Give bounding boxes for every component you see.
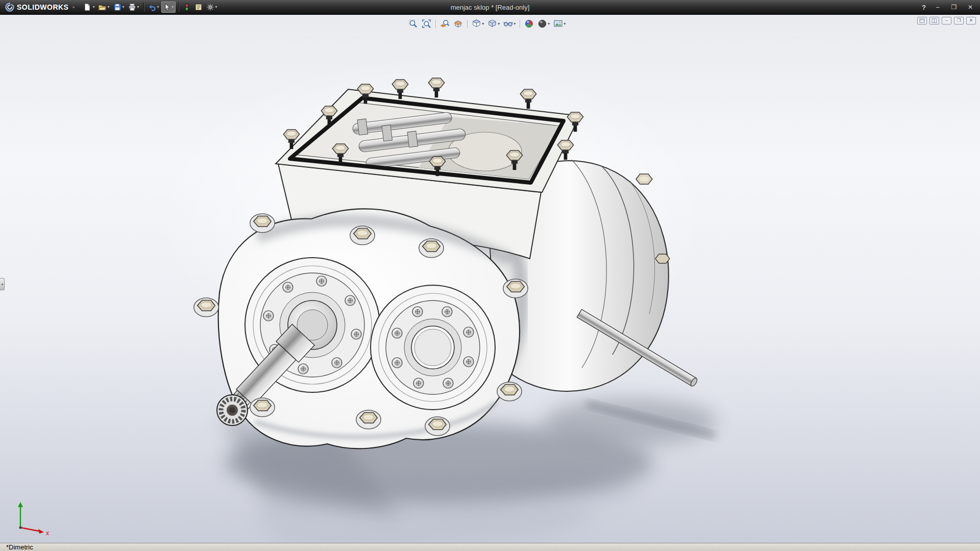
dropdown-arrow-icon[interactable]: ▾ — [107, 5, 109, 9]
dropdown-arrow-icon[interactable]: ▾ — [548, 22, 550, 26]
open-button[interactable]: ▾ — [96, 2, 111, 13]
open-folder-icon — [98, 3, 106, 11]
doc-restore-button[interactable]: ❐ — [954, 17, 964, 24]
scene-ball-icon — [537, 19, 547, 29]
print-icon — [128, 3, 136, 11]
taskpane-collapse-tab[interactable]: ◂ — [0, 278, 5, 290]
spline-end — [217, 395, 248, 425]
document-window-controls: – ❐ ✕ — [917, 17, 976, 24]
menu-expand-icon[interactable]: » — [72, 5, 75, 10]
dropdown-arrow-icon[interactable]: ▾ — [513, 22, 516, 26]
side-plug — [655, 254, 670, 263]
view-orientation-button[interactable]: ▾ — [471, 18, 485, 29]
rebuild-stoplight-icon — [183, 3, 191, 11]
brand[interactable]: SOLIDWORKS » — [0, 3, 79, 12]
select-cursor-icon — [163, 3, 171, 11]
toolbar-separator — [435, 20, 436, 28]
select-button[interactable]: ▾ — [161, 2, 176, 13]
brand-text: SOLIDWORKS — [17, 3, 68, 11]
dropdown-arrow-icon[interactable]: ▾ — [137, 5, 139, 9]
solidworks-window: SOLIDWORKS » ▾ ▾ ▾ — [0, 0, 980, 551]
collapse-arrow-icon: ◂ — [1, 282, 3, 286]
zoom-fit-icon — [408, 19, 418, 29]
options-button[interactable]: ▾ — [205, 2, 219, 13]
dropdown-arrow-icon[interactable]: ▾ — [215, 5, 217, 9]
print-button[interactable]: ▾ — [127, 2, 141, 13]
zoom-fit-button[interactable] — [407, 18, 419, 29]
toolbar-separator — [520, 20, 520, 28]
fullscreen-icon — [919, 18, 925, 23]
dropdown-arrow-icon[interactable]: ▾ — [564, 22, 566, 26]
save-icon — [113, 3, 121, 11]
right-hub — [371, 285, 495, 410]
dropdown-arrow-icon[interactable]: ▾ — [172, 5, 174, 9]
triad-x-label: x — [46, 530, 49, 536]
doc-close-button[interactable]: ✕ — [966, 17, 976, 24]
dropdown-arrow-icon[interactable]: ▾ — [157, 5, 159, 9]
file-properties-button[interactable] — [193, 2, 204, 13]
drain-plug — [636, 174, 652, 184]
zoom-area-button[interactable] — [421, 18, 432, 29]
new-button[interactable]: ▾ — [82, 2, 96, 13]
appearance-ball-icon — [524, 19, 534, 29]
restore-button[interactable]: ❐ — [949, 4, 959, 11]
orientation-triad: x — [12, 496, 53, 536]
hide-show-items-button[interactable]: ▾ — [502, 18, 517, 29]
view-settings-button[interactable]: ▾ — [552, 18, 567, 29]
apply-scene-button[interactable]: ▾ — [536, 18, 551, 29]
doc-minimize-button[interactable]: – — [942, 17, 951, 24]
gearbox-model[interactable] — [0, 15, 980, 543]
rebuild-button[interactable] — [181, 2, 192, 13]
dropdown-arrow-icon[interactable]: ▾ — [482, 22, 484, 26]
dropdown-arrow-icon[interactable]: ▾ — [498, 22, 500, 26]
titlebar: SOLIDWORKS » ▾ ▾ ▾ — [0, 0, 980, 15]
dropdown-arrow-icon[interactable]: ▾ — [122, 5, 125, 9]
section-view-icon — [453, 19, 463, 29]
display-style-button[interactable]: ▾ — [486, 18, 501, 29]
undo-icon — [148, 3, 156, 11]
minimize-button[interactable]: – — [933, 4, 942, 11]
graphics-area[interactable]: ▾ ▾ ▾ — [0, 15, 980, 543]
document-title: menjac sklop * [Read-only] — [451, 4, 530, 11]
section-view-button[interactable] — [452, 18, 464, 29]
view-settings-image-icon — [553, 19, 563, 29]
view-orientation-label: *Dimetric — [6, 543, 33, 551]
zoom-area-icon — [422, 19, 431, 29]
options-gear-icon — [206, 3, 214, 11]
dropdown-arrow-icon[interactable]: ▾ — [92, 5, 94, 9]
save-button[interactable]: ▾ — [112, 2, 126, 13]
close-button[interactable]: ✕ — [966, 4, 975, 11]
undo-button[interactable]: ▾ — [146, 2, 161, 13]
toolbar-separator — [178, 3, 179, 12]
main-toolbar: ▾ ▾ ▾ ▾ — [82, 2, 218, 13]
heads-up-view-toolbar: ▾ ▾ ▾ — [405, 17, 569, 30]
toolbar-separator — [143, 3, 144, 12]
display-style-cube-icon — [487, 19, 497, 29]
window-controls: ? – ❐ ✕ — [922, 0, 975, 14]
ds-logo-icon — [5, 3, 14, 12]
edit-appearance-button[interactable] — [523, 18, 535, 29]
file-properties-icon — [194, 3, 203, 11]
previous-view-icon — [440, 19, 450, 29]
previous-view-button[interactable] — [439, 18, 451, 29]
fullscreen-button[interactable] — [917, 17, 927, 24]
eyeglasses-icon — [503, 19, 513, 29]
help-button[interactable]: ? — [922, 4, 926, 11]
new-document-icon — [83, 3, 91, 11]
toolbar-separator — [467, 20, 468, 28]
view-orientation-cube-icon — [472, 19, 481, 29]
split-view-button[interactable] — [929, 17, 939, 24]
split-view-icon — [932, 18, 937, 23]
statusbar: *Dimetric — [0, 543, 980, 551]
